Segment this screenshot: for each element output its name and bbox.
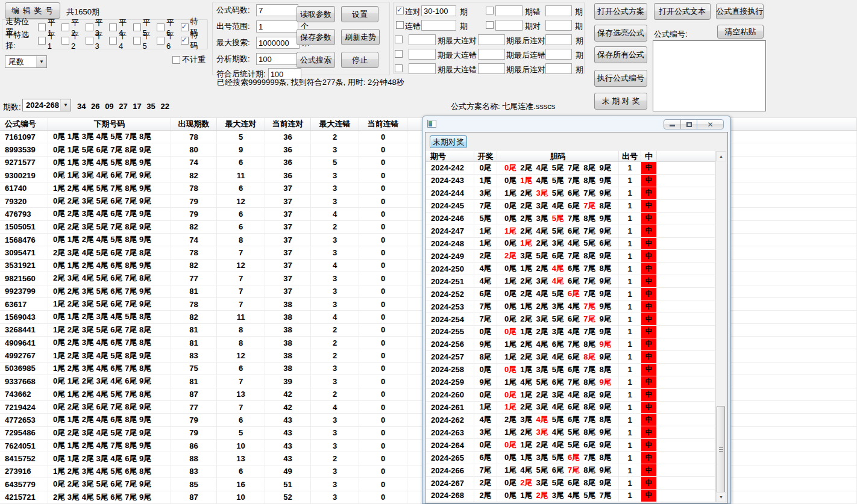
open-formula-scheme-button[interactable]: 打开公式方案 bbox=[594, 3, 647, 20]
last-liandui2-value-input[interactable] bbox=[545, 63, 572, 74]
max-liandui-value-input[interactable] bbox=[478, 34, 505, 45]
result-row[interactable]: 2024-2537尾0尾1尾2尾3尾4尾7尾9尾1中 bbox=[426, 300, 715, 313]
last-liancuo-value-input[interactable] bbox=[545, 49, 572, 60]
column-header[interactable]: 公式编号 bbox=[0, 118, 48, 130]
qidui-periods-input[interactable] bbox=[545, 20, 572, 31]
clear-paste-button[interactable]: 清空粘贴 bbox=[717, 25, 764, 39]
max-liancuo2-value-input[interactable] bbox=[478, 63, 505, 74]
result-row[interactable]: 2024-2504尾0尾1尾2尾4尾6尾7尾8尾1中 bbox=[426, 263, 715, 275]
result-row[interactable]: 2024-2431尾0尾1尾4尾5尾7尾8尾9尾1中 bbox=[426, 175, 715, 187]
liandui-range-input[interactable] bbox=[421, 5, 456, 16]
refresh-trend-button[interactable]: 刷新走势 bbox=[341, 29, 380, 45]
column-header[interactable]: 当前连对 bbox=[265, 118, 311, 130]
result-row[interactable]: 2024-2667尾1尾4尾5尾6尾7尾8尾9尾1中 bbox=[426, 464, 715, 477]
scrollbar-thumb[interactable] bbox=[717, 406, 725, 493]
result-row[interactable]: 2024-2633尾1尾2尾3尾4尾5尾8尾9尾1中 bbox=[426, 426, 715, 439]
period-select[interactable]: 2024-268 ▼ bbox=[22, 99, 71, 111]
result-row[interactable]: 2024-2599尾1尾4尾5尾6尾7尾8尾9尾1中 bbox=[426, 376, 715, 389]
last-period-check-tab-button[interactable]: 末期对奖 bbox=[430, 135, 467, 148]
result-row[interactable]: 2024-2471尾1尾2尾4尾5尾6尾7尾9尾1中 bbox=[426, 225, 715, 238]
result-row[interactable]: 2024-2640尾0尾1尾2尾4尾5尾6尾9尾1中 bbox=[426, 439, 715, 452]
column-header[interactable]: 出现期数 bbox=[171, 118, 217, 130]
max-miss-cell: 5 bbox=[311, 157, 359, 169]
result-row[interactable]: 2024-2481尾0尾1尾2尾3尾4尾5尾6尾1中 bbox=[426, 238, 715, 250]
column-header[interactable]: 当前连错 bbox=[359, 118, 407, 130]
result-row[interactable]: 2024-2600尾0尾1尾2尾3尾4尾8尾9尾1中 bbox=[426, 389, 715, 402]
result-column-header[interactable]: 胆码 bbox=[497, 151, 619, 161]
result-row[interactable]: 2024-2492尾2尾3尾5尾6尾7尾8尾9尾1中 bbox=[426, 250, 715, 263]
result-column-header[interactable]: 期号 bbox=[426, 151, 474, 161]
result-row[interactable]: 2024-2465尾0尾2尾3尾5尾7尾8尾9尾1中 bbox=[426, 213, 715, 225]
result-row[interactable]: 2024-2578尾1尾2尾3尾4尾6尾8尾9尾1中 bbox=[426, 351, 715, 364]
position-checkbox[interactable] bbox=[38, 37, 46, 45]
result-row[interactable]: 2024-2547尾0尾2尾3尾5尾6尾7尾9尾1中 bbox=[426, 313, 715, 326]
save-highlighted-formula-button[interactable]: 保存选亮公式 bbox=[594, 25, 647, 42]
qidui-checkbox[interactable] bbox=[486, 21, 494, 29]
open-formula-text-button[interactable]: 打开公式文本 bbox=[654, 3, 711, 20]
last-liandui-value-input[interactable] bbox=[545, 34, 572, 45]
result-column-header[interactable]: 出号 bbox=[619, 151, 641, 161]
column-header[interactable]: 最大连错 bbox=[311, 118, 359, 130]
position-checkbox[interactable] bbox=[86, 37, 93, 45]
column-header[interactable]: 下期号码 bbox=[48, 118, 171, 130]
result-column-header[interactable]: 开奖 bbox=[474, 151, 497, 161]
position-checkbox[interactable] bbox=[109, 37, 117, 45]
result-row[interactable]: 2024-2569尾1尾2尾4尾6尾7尾8尾9尾1中 bbox=[426, 338, 715, 351]
max-liancuo-periods-input[interactable] bbox=[409, 49, 436, 60]
result-row[interactable]: 2024-2624尾2尾3尾4尾5尾6尾7尾8尾1中 bbox=[426, 414, 715, 426]
minimize-button[interactable] bbox=[664, 119, 681, 129]
max-search-input[interactable] bbox=[256, 37, 300, 49]
max-liancuo2-checkbox[interactable] bbox=[395, 64, 403, 72]
qicuo-value-input[interactable] bbox=[495, 5, 523, 16]
max-liandui-periods-input[interactable] bbox=[409, 34, 436, 45]
position-checkbox[interactable] bbox=[181, 37, 189, 45]
liandui-checkbox[interactable] bbox=[396, 7, 404, 14]
vertical-scrollbar[interactable]: ▲ ▼ bbox=[715, 151, 726, 502]
scroll-down-icon[interactable]: ▼ bbox=[716, 492, 726, 502]
save-all-formula-button[interactable]: 保存所有公式 bbox=[594, 46, 647, 63]
no-repeat-checkbox[interactable] bbox=[172, 56, 180, 64]
result-row[interactable]: 2024-2514尾1尾2尾3尾4尾6尾7尾9尾1中 bbox=[426, 275, 715, 288]
max-liancuo-value-input[interactable] bbox=[478, 49, 505, 60]
maximize-button[interactable] bbox=[680, 119, 697, 129]
tail-type-select[interactable]: 尾数 ▼ bbox=[5, 55, 47, 68]
analyze-periods-input[interactable] bbox=[256, 53, 300, 65]
result-row[interactable]: 2024-2420尾0尾2尾4尾5尾7尾8尾9尾1中 bbox=[426, 162, 715, 175]
result-row[interactable]: 2024-2672尾0尾2尾3尾5尾6尾8尾9尾1中 bbox=[426, 477, 715, 490]
column-header[interactable]: 最大连对 bbox=[217, 118, 265, 130]
last-period-check-button[interactable]: 末 期 对 奖 bbox=[594, 93, 647, 110]
formula-count-input[interactable] bbox=[256, 4, 298, 16]
result-row[interactable]: 2024-2457尾0尾2尾3尾4尾6尾7尾8尾1中 bbox=[426, 200, 715, 213]
result-row[interactable]: 2024-2611尾1尾2尾3尾4尾6尾8尾9尾1中 bbox=[426, 402, 715, 414]
formula-search-button[interactable]: 公式搜索 bbox=[297, 52, 335, 68]
result-column-header[interactable]: 中 bbox=[641, 151, 657, 161]
qidui-value-input[interactable] bbox=[495, 20, 523, 31]
position-checkbox[interactable] bbox=[133, 37, 141, 45]
max-liancuo2-periods-input[interactable] bbox=[409, 63, 436, 74]
result-row[interactable]: 2024-2443尾1尾2尾3尾5尾6尾7尾9尾1中 bbox=[426, 187, 715, 200]
formula-id-textarea[interactable] bbox=[653, 40, 766, 111]
stop-button[interactable]: 停止 bbox=[341, 52, 378, 68]
position-checkbox[interactable] bbox=[157, 37, 165, 45]
read-params-button[interactable]: 读取参数 bbox=[297, 6, 335, 22]
execute-formula-id-button[interactable]: 执行公式编号 bbox=[594, 70, 647, 87]
max-liandui-checkbox[interactable] bbox=[395, 36, 403, 43]
formula-direct-exec-button[interactable]: 公式直接执行 bbox=[716, 4, 764, 19]
current-hit-cell: 38 bbox=[265, 349, 311, 361]
output-range-input[interactable] bbox=[256, 20, 298, 33]
result-row[interactable]: 2024-2580尾0尾1尾3尾5尾6尾7尾8尾1中 bbox=[426, 364, 715, 376]
qicuo-checkbox[interactable] bbox=[486, 7, 494, 14]
liancuo-range-input[interactable] bbox=[421, 20, 456, 31]
max-liancuo-checkbox[interactable] bbox=[395, 50, 403, 58]
result-row[interactable]: 2024-2682尾0尾1尾2尾3尾4尾5尾7尾1中 bbox=[426, 490, 715, 502]
result-row[interactable]: 2024-2550尾0尾1尾2尾3尾4尾7尾9尾1中 bbox=[426, 326, 715, 338]
result-row[interactable]: 2024-2526尾0尾2尾4尾5尾6尾7尾9尾1中 bbox=[426, 288, 715, 300]
position-checkbox[interactable] bbox=[61, 37, 69, 45]
settings-button[interactable]: 设置 bbox=[341, 6, 378, 22]
save-params-button[interactable]: 保存参数 bbox=[297, 29, 335, 45]
close-button[interactable]: ✕ bbox=[697, 119, 724, 129]
result-row[interactable]: 2024-2656尾0尾1尾3尾5尾6尾7尾8尾1中 bbox=[426, 452, 715, 464]
qicuo-periods-input[interactable] bbox=[545, 5, 572, 16]
liancuo-checkbox[interactable] bbox=[396, 21, 404, 29]
scroll-up-icon[interactable]: ▲ bbox=[716, 151, 726, 161]
